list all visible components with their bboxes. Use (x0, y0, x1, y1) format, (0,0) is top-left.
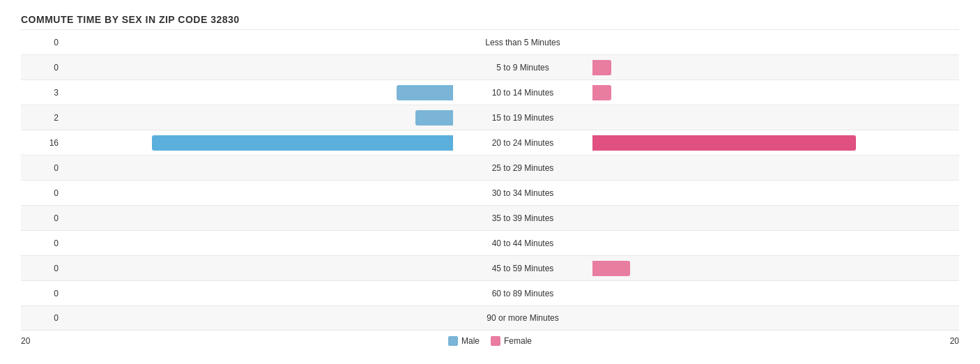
male-bar-container (63, 236, 453, 251)
legend-female-color (491, 336, 500, 346)
male-bar (152, 135, 453, 151)
male-bar (415, 110, 453, 126)
male-bar-container (63, 135, 453, 151)
row-label: 25 to 29 Minutes (453, 163, 592, 173)
row-label: Less than 5 Minutes (453, 38, 592, 47)
legend-male: Male (448, 336, 480, 346)
chart-row: 0 Less than 5 Minutes 0 (21, 29, 959, 54)
legend-male-color (448, 336, 458, 346)
row-label: 10 to 14 Minutes (453, 88, 592, 98)
female-bar-container (592, 185, 980, 201)
male-bar-container (63, 261, 453, 276)
chart-row: 0 60 to 89 Minutes 0 (21, 280, 959, 305)
female-bar-container (592, 310, 980, 326)
female-bar (592, 261, 630, 276)
chart-row: 0 25 to 29 Minutes 0 (21, 155, 959, 180)
legend-male-label: Male (461, 336, 480, 346)
female-bar-container (592, 236, 980, 251)
female-bar-container (592, 261, 980, 276)
row-label: 45 to 59 Minutes (453, 264, 592, 273)
male-value: 0 (21, 63, 63, 73)
female-bar-container (592, 110, 980, 126)
male-bar-container (63, 35, 453, 50)
male-value: 3 (21, 88, 63, 98)
row-label: 30 to 34 Minutes (453, 188, 592, 198)
row-label: 60 to 89 Minutes (453, 289, 592, 298)
chart-row: 0 30 to 34 Minutes 0 (21, 180, 959, 205)
chart-row: 2 15 to 19 Minutes 0 (21, 105, 959, 130)
male-bar-container (63, 160, 453, 176)
row-label: 20 to 24 Minutes (453, 138, 592, 148)
row-label: 5 to 9 Minutes (453, 63, 592, 73)
male-value: 0 (21, 38, 63, 47)
row-label: 35 to 39 Minutes (453, 213, 592, 223)
row-label: 15 to 19 Minutes (453, 113, 592, 123)
female-bar-container (592, 211, 980, 226)
male-value: 0 (21, 238, 63, 248)
male-value: 0 (21, 313, 63, 323)
chart-row: 0 90 or more Minutes 0 (21, 305, 959, 331)
row-label: 40 to 44 Minutes (453, 238, 592, 248)
male-value: 0 (21, 188, 63, 198)
chart-area: 0 Less than 5 Minutes 0 0 5 to 9 Minutes… (21, 29, 959, 346)
chart-legend: Male Female (448, 336, 532, 346)
male-bar-container (63, 310, 453, 326)
male-value: 0 (21, 264, 63, 273)
male-value: 16 (21, 138, 63, 148)
male-bar-container (63, 211, 453, 226)
male-value: 0 (21, 289, 63, 298)
chart-row: 0 5 to 9 Minutes 1 (21, 54, 959, 79)
male-value: 0 (21, 163, 63, 173)
chart-row: 3 10 to 14 Minutes 1 (21, 79, 959, 105)
female-bar (592, 85, 611, 100)
female-bar-container (592, 135, 980, 151)
male-bar-container (63, 60, 453, 75)
chart-row: 0 45 to 59 Minutes 2 (21, 255, 959, 280)
legend-female-label: Female (504, 336, 532, 346)
chart-row: 16 20 to 24 Minutes 14 (21, 130, 959, 155)
chart-title: COMMUTE TIME BY SEX IN ZIP CODE 32830 (21, 14, 959, 25)
male-bar (397, 85, 453, 100)
female-bar (592, 60, 611, 75)
male-bar-container (63, 286, 453, 301)
axis-label-right: 20 (950, 336, 959, 346)
chart-row: 0 35 to 39 Minutes 0 (21, 205, 959, 230)
female-bar-container (592, 160, 980, 176)
axis-label-left: 20 (21, 336, 30, 346)
male-bar-container (63, 185, 453, 201)
legend-female: Female (491, 336, 532, 346)
female-bar (592, 135, 856, 151)
female-bar-container (592, 85, 980, 100)
chart-row: 0 40 to 44 Minutes 0 (21, 230, 959, 255)
female-bar-container (592, 35, 980, 50)
male-value: 0 (21, 213, 63, 223)
row-label: 90 or more Minutes (453, 313, 592, 323)
male-value: 2 (21, 113, 63, 123)
female-bar-container (592, 286, 980, 301)
chart-footer: 20 Male Female 20 (21, 336, 959, 346)
male-bar-container (63, 110, 453, 126)
male-bar-container (63, 85, 453, 100)
female-bar-container (592, 60, 980, 75)
